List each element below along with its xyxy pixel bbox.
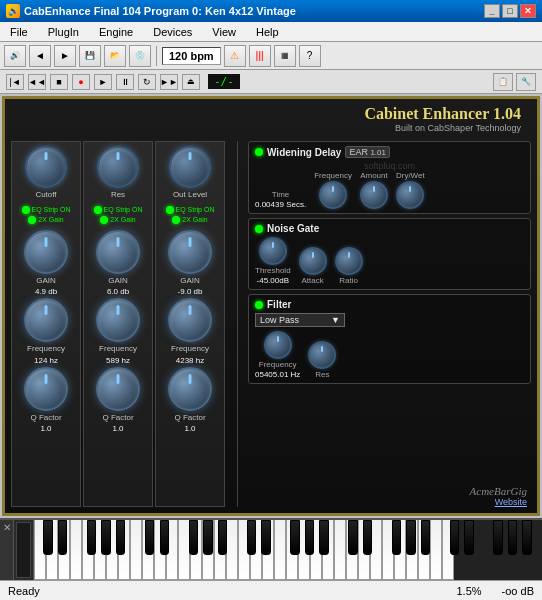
freq-label-1: Frequency bbox=[27, 344, 65, 354]
eq-2x-1-led[interactable] bbox=[28, 216, 36, 224]
menu-help[interactable]: Help bbox=[250, 24, 285, 40]
white-key[interactable] bbox=[70, 520, 82, 580]
eq-2x-2-led[interactable] bbox=[100, 216, 108, 224]
trans-icon-1[interactable]: 📋 bbox=[493, 73, 513, 91]
black-key[interactable] bbox=[508, 520, 517, 555]
out-level-knob[interactable] bbox=[169, 146, 211, 188]
freq-knob-2[interactable] bbox=[96, 298, 140, 342]
black-key[interactable] bbox=[58, 520, 67, 555]
filter-type-dropdown[interactable]: Low Pass ▼ bbox=[255, 313, 345, 327]
noise-gate-led[interactable] bbox=[255, 225, 263, 233]
black-key[interactable] bbox=[392, 520, 401, 555]
black-key[interactable] bbox=[87, 520, 96, 555]
tb-btn-fwd[interactable]: ► bbox=[54, 45, 76, 67]
black-key[interactable] bbox=[450, 520, 459, 555]
freq-knob-3[interactable] bbox=[168, 298, 212, 342]
filter-freq-knob[interactable] bbox=[264, 331, 292, 359]
wd-amount-knob[interactable] bbox=[360, 181, 388, 209]
wd-freq-knob[interactable] bbox=[319, 181, 347, 209]
white-key[interactable] bbox=[130, 520, 142, 580]
white-key[interactable] bbox=[226, 520, 238, 580]
tb-alert[interactable]: ⚠ bbox=[224, 45, 246, 67]
filter-res-knob[interactable] bbox=[308, 341, 336, 369]
tb-btn-1[interactable]: 🔊 bbox=[4, 45, 26, 67]
tb-grid[interactable]: ▦ bbox=[274, 45, 296, 67]
res-knob[interactable] bbox=[97, 146, 139, 188]
widening-delay-led[interactable] bbox=[255, 148, 263, 156]
black-key[interactable] bbox=[319, 520, 328, 555]
minimize-button[interactable]: _ bbox=[484, 4, 500, 18]
ng-ratio-knob[interactable] bbox=[335, 247, 363, 275]
keyboard-close-btn[interactable]: ✕ bbox=[0, 520, 14, 580]
gain-knob-1[interactable] bbox=[24, 230, 68, 274]
white-key[interactable] bbox=[430, 520, 442, 580]
res-label: Res bbox=[111, 190, 125, 200]
tb-bars[interactable]: ||| bbox=[249, 45, 271, 67]
wd-drywet-knob[interactable] bbox=[396, 181, 424, 209]
eq-columns: Cutoff EQ Strip ON 2X Gain GAIN 4.9 db F… bbox=[11, 141, 231, 507]
eq-2x-3-led[interactable] bbox=[172, 216, 180, 224]
filter-led[interactable] bbox=[255, 301, 263, 309]
noise-gate-label: Noise Gate bbox=[267, 223, 319, 234]
tb-btn-open[interactable]: 📂 bbox=[104, 45, 126, 67]
gain-knob-3[interactable] bbox=[168, 230, 212, 274]
black-key[interactable] bbox=[203, 520, 212, 555]
black-key[interactable] bbox=[116, 520, 125, 555]
trans-eject[interactable]: ⏏ bbox=[182, 74, 200, 90]
eq-strip-1-led[interactable] bbox=[22, 206, 30, 214]
black-key[interactable] bbox=[363, 520, 372, 555]
black-key[interactable] bbox=[493, 520, 502, 555]
trans-loop[interactable]: ↻ bbox=[138, 74, 156, 90]
black-key[interactable] bbox=[247, 520, 256, 555]
freq-knob-1[interactable] bbox=[24, 298, 68, 342]
trans-pause[interactable]: ⏸ bbox=[116, 74, 134, 90]
menu-engine[interactable]: Engine bbox=[93, 24, 139, 40]
keyboard-scroll-track[interactable] bbox=[16, 522, 31, 578]
ng-attack-knob[interactable] bbox=[299, 247, 327, 275]
black-key[interactable] bbox=[464, 520, 473, 555]
black-key[interactable] bbox=[421, 520, 430, 555]
q-knob-3[interactable] bbox=[168, 367, 212, 411]
trans-record[interactable]: ● bbox=[72, 74, 90, 90]
white-key[interactable] bbox=[274, 520, 286, 580]
trans-stop[interactable]: ■ bbox=[50, 74, 68, 90]
tb-info[interactable]: ? bbox=[299, 45, 321, 67]
close-button[interactable]: ✕ bbox=[520, 4, 536, 18]
cutoff-knob[interactable] bbox=[25, 146, 67, 188]
menu-devices[interactable]: Devices bbox=[147, 24, 198, 40]
trans-next[interactable]: ►► bbox=[160, 74, 178, 90]
tb-btn-save[interactable]: 💾 bbox=[79, 45, 101, 67]
eq-strip-2-led[interactable] bbox=[94, 206, 102, 214]
black-key[interactable] bbox=[305, 520, 314, 555]
menu-view[interactable]: View bbox=[206, 24, 242, 40]
trans-rewind[interactable]: |◄ bbox=[6, 74, 24, 90]
bpm-display[interactable]: 120 bpm bbox=[162, 47, 221, 65]
menu-file[interactable]: File bbox=[4, 24, 34, 40]
eq-strip-3-led[interactable] bbox=[166, 206, 174, 214]
black-key[interactable] bbox=[348, 520, 357, 555]
black-key[interactable] bbox=[43, 520, 52, 555]
black-key[interactable] bbox=[261, 520, 270, 555]
ng-threshold-knob[interactable] bbox=[259, 237, 287, 265]
trans-play[interactable]: ► bbox=[94, 74, 112, 90]
black-key[interactable] bbox=[218, 520, 227, 555]
black-key[interactable] bbox=[145, 520, 154, 555]
maximize-button[interactable]: □ bbox=[502, 4, 518, 18]
tb-btn-floppy[interactable]: 💿 bbox=[129, 45, 151, 67]
q-knob-2[interactable] bbox=[96, 367, 140, 411]
gain-knob-2[interactable] bbox=[96, 230, 140, 274]
trans-prev[interactable]: ◄◄ bbox=[28, 74, 46, 90]
tb-btn-back[interactable]: ◄ bbox=[29, 45, 51, 67]
trans-icon-2[interactable]: 🔧 bbox=[516, 73, 536, 91]
black-key[interactable] bbox=[160, 520, 169, 555]
menu-plugin[interactable]: PlugIn bbox=[42, 24, 85, 40]
menu-bar: File PlugIn Engine Devices View Help bbox=[0, 22, 542, 42]
q-knob-1[interactable] bbox=[24, 367, 68, 411]
black-key[interactable] bbox=[290, 520, 299, 555]
white-key[interactable] bbox=[334, 520, 346, 580]
black-key[interactable] bbox=[189, 520, 198, 555]
black-key[interactable] bbox=[522, 520, 531, 555]
black-key[interactable] bbox=[406, 520, 415, 555]
black-key[interactable] bbox=[101, 520, 110, 555]
acme-website-link[interactable]: Website bbox=[248, 497, 527, 507]
